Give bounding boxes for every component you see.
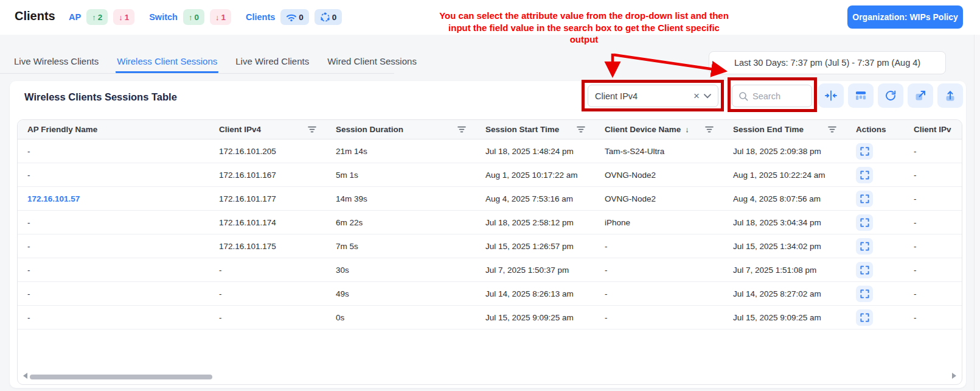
expand-session-button[interactable] xyxy=(856,309,873,326)
search-icon xyxy=(738,91,748,101)
cell-session-end-time: Jul 18, 2025 3:04:34 pm xyxy=(723,218,846,227)
cell-ap-friendly-name: - xyxy=(18,266,209,275)
cell-actions xyxy=(846,309,904,326)
column-header-session-end-time[interactable]: Session End Time xyxy=(723,120,846,139)
expand-session-button[interactable] xyxy=(856,286,873,302)
filter-icon[interactable] xyxy=(577,126,585,133)
tab-bar: Live Wireless Clients Wireless Client Se… xyxy=(0,52,394,74)
arrow-up-icon: ↑ xyxy=(92,13,96,22)
cell-client-device-name: - xyxy=(595,289,723,298)
stat-group-ap: AP ↑2 ↓1 xyxy=(69,9,134,25)
cell-session-start-time: Jul 7, 2025 1:50:37 pm xyxy=(476,266,595,275)
cell-session-end-time: Jul 7, 2025 1:51:08 pm xyxy=(723,266,846,275)
cell-client-ipv4: 172.16.101.167 xyxy=(209,171,326,180)
refresh-button[interactable] xyxy=(878,83,903,108)
expand-session-button[interactable] xyxy=(856,214,873,231)
cell-session-duration: 6m 22s xyxy=(326,218,476,227)
cell-ap-friendly-name-link[interactable]: 172.16.101.57 xyxy=(18,194,209,203)
cell-session-duration: 30s xyxy=(326,266,476,275)
cell-ap-friendly-name: - xyxy=(18,218,209,227)
cell-client-ipv4: - xyxy=(209,289,326,298)
cell-ap-friendly-name: - xyxy=(18,313,209,322)
switch-up-badge: ↑0 xyxy=(183,9,204,25)
stat-group-clients: Clients 0 0 xyxy=(246,9,342,25)
column-header-ap-friendly-name[interactable]: AP Friendly Name xyxy=(18,120,209,139)
cell-client-device-name: OVNG-Node2 xyxy=(595,171,723,180)
cell-session-end-time: Jul 14, 2025 8:27:02 am xyxy=(723,289,846,298)
cell-client-ip: - xyxy=(904,147,962,156)
collapse-columns-icon xyxy=(825,90,837,102)
scroll-left-arrow[interactable] xyxy=(23,373,27,379)
table-row: - 172.16.101.167 5m 1s Aug 1, 2025 10:17… xyxy=(18,163,962,187)
tab-live-wired-clients[interactable]: Live Wired Clients xyxy=(234,52,310,73)
organization-policy-button[interactable]: Organization: WIPs Policy xyxy=(847,5,963,29)
cell-session-start-time: Aug 4, 2025 7:53:16 am xyxy=(476,194,595,203)
ap-down-badge: ↓1 xyxy=(113,9,134,25)
cell-client-device-name: Tam-s-S24-Ultra xyxy=(595,147,723,156)
expand-session-button[interactable] xyxy=(856,262,873,278)
cell-client-ipv4: 172.16.101.177 xyxy=(209,194,326,203)
open-in-new-button[interactable] xyxy=(908,83,933,108)
cell-client-ip: - xyxy=(904,194,962,203)
table-row: - - 49s Jul 14, 2025 8:26:13 am - Jul 14… xyxy=(18,282,962,306)
cell-session-start-time: Jul 18, 2025 1:48:24 pm xyxy=(476,147,595,156)
table-header-row: AP Friendly Name Client IPv4 Session Dur… xyxy=(18,120,962,139)
upload-button[interactable] xyxy=(937,83,963,108)
cell-actions xyxy=(846,191,904,207)
search-box[interactable] xyxy=(732,85,812,107)
clients-mesh-badge: 0 xyxy=(315,9,342,25)
stat-group-switch: Switch ↑0 ↓1 xyxy=(149,9,231,25)
scroll-right-arrow[interactable] xyxy=(952,373,956,379)
search-input[interactable] xyxy=(752,91,801,101)
filter-icon[interactable] xyxy=(828,126,836,133)
date-range-picker[interactable]: Last 30 Days: 7:37 pm (Jul 5) - 7:37 pm … xyxy=(709,51,946,74)
attribute-dropdown[interactable]: Client IPv4 × xyxy=(588,85,718,107)
clear-selection-icon[interactable]: × xyxy=(689,91,704,101)
sessions-table: AP Friendly Name Client IPv4 Session Dur… xyxy=(17,119,962,385)
column-header-client-ip[interactable]: Client IPv xyxy=(904,120,962,139)
cell-actions xyxy=(846,167,904,183)
ap-label: AP xyxy=(69,12,81,22)
tab-wireless-client-sessions[interactable]: Wireless Client Sessions xyxy=(116,52,218,73)
chevron-down-icon[interactable] xyxy=(704,94,711,99)
filter-icon[interactable] xyxy=(705,126,714,133)
sort-desc-icon[interactable]: ↓ xyxy=(685,125,689,134)
expand-icon xyxy=(860,171,869,180)
cell-session-end-time: Jul 18, 2025 2:09:38 pm xyxy=(723,147,846,156)
expand-session-button[interactable] xyxy=(856,191,873,207)
column-header-session-start-time[interactable]: Session Start Time xyxy=(476,120,595,139)
tab-live-wireless-clients[interactable]: Live Wireless Clients xyxy=(13,52,100,73)
column-header-session-duration[interactable]: Session Duration xyxy=(326,120,476,139)
expand-session-button[interactable] xyxy=(856,143,873,160)
cell-session-start-time: Jul 15, 2025 9:09:25 am xyxy=(476,313,595,322)
cell-ap-friendly-name: - xyxy=(18,242,209,251)
column-header-client-ipv4[interactable]: Client IPv4 xyxy=(209,120,326,139)
expand-session-button[interactable] xyxy=(856,238,873,255)
cell-client-ip: - xyxy=(904,313,962,322)
cell-session-end-time: Aug 1, 2025 10:22:24 am xyxy=(723,171,846,180)
table-title: Wireless Clients Sessions Table xyxy=(24,91,177,103)
expand-icon xyxy=(860,313,869,322)
cell-client-ipv4: - xyxy=(209,266,326,275)
tab-wired-client-sessions[interactable]: Wired Client Sessions xyxy=(326,52,418,73)
horizontal-scrollbar-thumb[interactable] xyxy=(30,375,212,379)
cell-session-end-time: Jul 15, 2025 9:09:25 am xyxy=(723,313,846,322)
filter-icon[interactable] xyxy=(457,126,466,133)
column-header-client-device-name[interactable]: Client Device Name↓ xyxy=(595,120,723,139)
table-row: - 172.16.101.174 6m 22s Jul 18, 2025 2:5… xyxy=(18,211,962,234)
cell-client-ipv4: 172.16.101.205 xyxy=(209,147,326,156)
page-title: Clients xyxy=(15,9,55,23)
filter-icon[interactable] xyxy=(308,126,316,133)
refresh-icon xyxy=(884,90,897,102)
attribute-dropdown-value: Client IPv4 xyxy=(595,91,638,101)
cell-client-ipv4: - xyxy=(209,313,326,322)
switch-down-badge: ↓1 xyxy=(210,9,231,25)
expand-session-button[interactable] xyxy=(856,167,873,183)
cell-session-end-time: Jul 15, 2025 1:34:02 pm xyxy=(723,242,846,251)
expand-icon xyxy=(860,147,869,156)
column-manager-button[interactable] xyxy=(848,83,874,108)
cell-session-end-time: Aug 4, 2025 8:07:56 am xyxy=(723,194,846,203)
collapse-columns-button[interactable] xyxy=(818,83,844,108)
page-scrollbar[interactable] xyxy=(974,0,980,391)
arrow-down-icon: ↓ xyxy=(119,13,123,22)
